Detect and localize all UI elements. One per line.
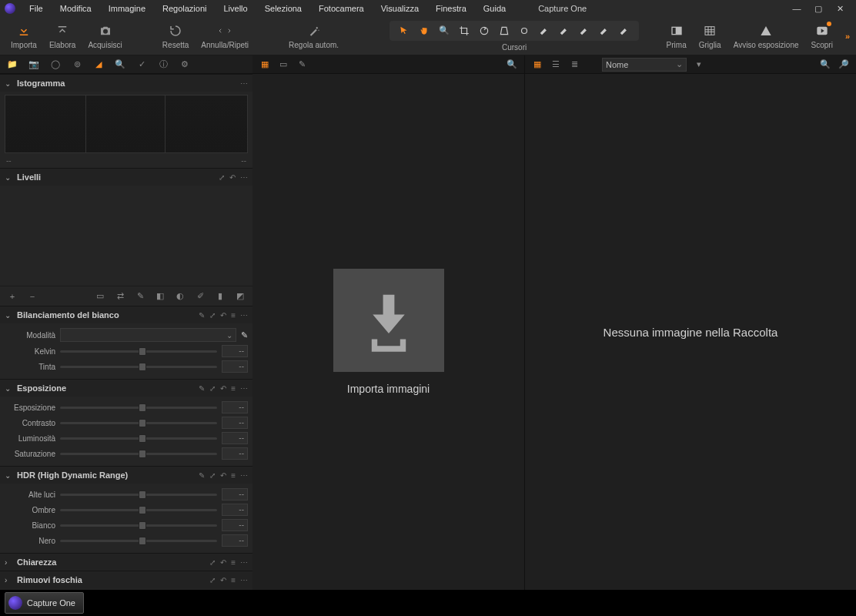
zoom-tool-icon[interactable]: 🔍 bbox=[437, 24, 451, 38]
slider-value[interactable]: -- bbox=[222, 504, 248, 516]
expand-icon[interactable]: ⤢ bbox=[209, 471, 216, 480]
capture-tab-icon[interactable]: 📷 bbox=[28, 59, 40, 71]
avviso-esposizione-button[interactable]: Avviso esposizione bbox=[729, 23, 804, 49]
expand-icon[interactable]: ⤢ bbox=[219, 173, 225, 182]
annulla-ripeti-button[interactable]: Annulla/Ripeti bbox=[196, 23, 253, 49]
slider-thumb[interactable] bbox=[139, 506, 146, 514]
slider-track[interactable] bbox=[60, 422, 217, 424]
gradient-tool-icon[interactable] bbox=[617, 24, 631, 38]
hdr-header[interactable]: ⌄ HDR (High Dynamic Range) ✎ ⤢ ↶ ≡ ⋯ bbox=[0, 467, 252, 484]
viewer-single-icon[interactable]: ▭ bbox=[277, 59, 289, 71]
metadata-tab-icon[interactable]: ⓘ bbox=[157, 59, 169, 71]
resetta-button[interactable]: Resetta bbox=[158, 23, 193, 49]
import-tile-button[interactable] bbox=[333, 269, 444, 372]
slider-thumb[interactable] bbox=[139, 403, 146, 412]
slider-track[interactable] bbox=[60, 540, 217, 542]
panel-menu-icon[interactable]: ⋯ bbox=[240, 384, 248, 393]
wb-mode-select[interactable]: ⌄ bbox=[60, 328, 236, 342]
expand-icon[interactable]: ⤢ bbox=[209, 311, 216, 320]
menu-seleziona[interactable]: Seleziona bbox=[257, 2, 309, 15]
preset-icon[interactable]: ≡ bbox=[231, 471, 236, 480]
esposizione-header[interactable]: ⌄ Esposizione ✎ ⤢ ↶ ≡ ⋯ bbox=[0, 380, 252, 397]
reset-icon[interactable]: ↶ bbox=[220, 384, 226, 393]
importa-button[interactable]: Importa bbox=[6, 23, 42, 49]
swap-icon[interactable]: ⇄ bbox=[114, 290, 126, 303]
slider-value[interactable]: -- bbox=[222, 360, 248, 373]
pointer-tool-icon[interactable] bbox=[397, 24, 411, 38]
slider-track[interactable] bbox=[60, 437, 217, 440]
slider-thumb[interactable] bbox=[139, 363, 146, 371]
adjustments-tab-icon[interactable]: ✓ bbox=[135, 59, 148, 71]
wb-picker-icon[interactable]: ✎ bbox=[241, 330, 248, 340]
menu-livello[interactable]: Livello bbox=[216, 2, 255, 15]
reset-icon[interactable]: ↶ bbox=[229, 173, 236, 182]
slider-track[interactable] bbox=[60, 524, 217, 527]
slider-value[interactable]: -- bbox=[222, 447, 248, 460]
browser-search-icon[interactable]: 🔎 bbox=[838, 59, 850, 71]
viewer-picker-icon[interactable]: ✎ bbox=[296, 59, 308, 71]
acquisisci-button[interactable]: Acquisisci bbox=[83, 23, 126, 49]
slider-track[interactable] bbox=[60, 509, 217, 511]
browser-filmstrip-icon[interactable]: ≣ bbox=[568, 59, 580, 71]
menu-guida[interactable]: Guida bbox=[476, 2, 513, 15]
slider-thumb[interactable] bbox=[139, 490, 146, 499]
window-close-button[interactable]: ✕ bbox=[834, 4, 845, 14]
crop-tool-icon[interactable] bbox=[457, 24, 471, 38]
copy-icon[interactable]: ✎ bbox=[199, 384, 205, 393]
slider-track[interactable] bbox=[60, 407, 217, 409]
copy-icon[interactable]: ✎ bbox=[199, 471, 205, 480]
slider-track[interactable] bbox=[60, 494, 217, 496]
reset-icon[interactable]: ↶ bbox=[220, 311, 226, 320]
reset-icon[interactable]: ↶ bbox=[220, 471, 226, 480]
exposure-tab-icon[interactable]: ◢ bbox=[92, 59, 105, 71]
circle-icon[interactable]: ◐ bbox=[174, 290, 186, 303]
spot-tool-icon[interactable] bbox=[517, 24, 531, 38]
scopri-button[interactable]: Scopri bbox=[807, 23, 838, 49]
slider-thumb[interactable] bbox=[139, 347, 146, 356]
istogramma-header[interactable]: ⌄ Istogramma ⋯ bbox=[0, 75, 252, 92]
brush-icon[interactable]: ✎ bbox=[134, 290, 146, 303]
browser-filter-icon[interactable]: 🔍 bbox=[819, 59, 831, 71]
menu-modifica[interactable]: Modifica bbox=[52, 2, 99, 15]
slider-value[interactable]: -- bbox=[222, 432, 248, 444]
eraser-tool-icon[interactable] bbox=[597, 24, 611, 38]
slider-track[interactable] bbox=[60, 350, 217, 353]
rotate-tool-icon[interactable] bbox=[477, 24, 491, 38]
keystone-tool-icon[interactable] bbox=[497, 24, 511, 38]
expand-icon[interactable]: ⤢ bbox=[209, 384, 216, 393]
viewer-grid-icon[interactable]: ▦ bbox=[259, 59, 271, 71]
menu-visualizza[interactable]: Visualizza bbox=[373, 2, 426, 15]
details-tab-icon[interactable]: 🔍 bbox=[114, 59, 126, 71]
slider-track[interactable] bbox=[60, 453, 217, 455]
toolbar-overflow-button[interactable]: » bbox=[845, 32, 850, 41]
menu-finestra[interactable]: Finestra bbox=[428, 2, 474, 15]
preset-icon[interactable]: ≡ bbox=[231, 311, 236, 320]
color-tab-icon[interactable]: ⊚ bbox=[71, 59, 83, 71]
panel-menu-icon[interactable]: ⋯ bbox=[240, 79, 248, 88]
slider-track[interactable] bbox=[60, 366, 217, 368]
prima-button[interactable]: Prima bbox=[662, 23, 691, 49]
slider-thumb[interactable] bbox=[139, 419, 146, 427]
slider-value[interactable]: -- bbox=[222, 488, 248, 500]
slider-value[interactable]: -- bbox=[222, 345, 248, 357]
menu-file[interactable]: File bbox=[22, 2, 51, 15]
rimuovi-foschia-header[interactable]: › Rimuovi foschia ⤢↶≡⋯ bbox=[0, 571, 252, 588]
chiarezza-header[interactable]: › Chiarezza ⤢↶≡⋯ bbox=[0, 554, 252, 571]
slider-thumb[interactable] bbox=[139, 434, 146, 443]
taskbar-app-button[interactable]: Capture One bbox=[5, 592, 84, 614]
window-minimize-button[interactable]: — bbox=[791, 4, 802, 14]
mask-view-icon[interactable]: ▭ bbox=[94, 290, 106, 303]
elabora-button[interactable]: Elabora bbox=[45, 23, 80, 49]
browser-list-icon[interactable]: ☰ bbox=[550, 59, 562, 71]
browser-grid-icon[interactable]: ▦ bbox=[531, 59, 543, 71]
hand-tool-icon[interactable] bbox=[417, 24, 431, 38]
brush-tool-icon[interactable] bbox=[577, 24, 591, 38]
output-tab-icon[interactable]: ⚙ bbox=[179, 59, 191, 71]
lens-tab-icon[interactable]: ◯ bbox=[49, 59, 62, 71]
browser-sort-select[interactable]: Nome⌄ bbox=[602, 58, 687, 72]
invert-icon[interactable]: ◩ bbox=[234, 290, 246, 303]
panel-menu-icon[interactable]: ⋯ bbox=[240, 471, 248, 480]
menu-immagine[interactable]: Immagine bbox=[101, 2, 153, 15]
livelli-header[interactable]: ⌄ Livelli ⤢ ↶ ⋯ bbox=[0, 169, 252, 186]
sort-direction-icon[interactable]: ▾ bbox=[693, 59, 705, 71]
